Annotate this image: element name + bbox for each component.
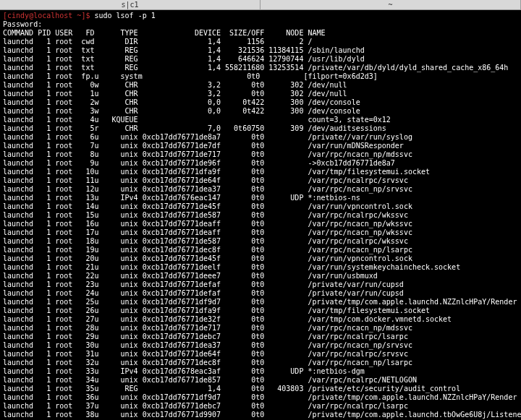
- table-row: launchd 1 root 5r CHR 7,0 0t60750 309 /d…: [3, 124, 518, 133]
- table-row: launchd 1 root 37u unix 0xcb17dd76771deb…: [3, 402, 518, 411]
- table-row: launchd 1 root 10u unix 0xcb17dd76771dfa…: [3, 168, 518, 176]
- table-row: launchd 1 root 20u unix 0xcb17dd76771de4…: [3, 254, 518, 263]
- table-row: launchd 1 root txt REG 1,4 558211680 132…: [3, 64, 518, 72]
- prompt-user: cindy@localhost: [7, 12, 72, 20]
- table-row: launchd 1 root 23u unix 0xcb17dd76771def…: [3, 280, 518, 289]
- table-row: launchd 1 root 16u unix 0xcb17dd76771dea…: [3, 220, 518, 228]
- table-row: launchd 1 root 4u KQUEUE count=3, state=…: [3, 116, 518, 124]
- titlebar: s|c1 ~: [0, 0, 521, 10]
- table-row: launchd 1 root 27u unix 0xcb17dd76771de3…: [3, 315, 518, 324]
- output-rows: launchd 1 root cwd DIR 1,4 1156 2 /launc…: [3, 38, 518, 420]
- table-row: launchd 1 root 26u unix 0xcb17dd76771dfa…: [3, 307, 518, 315]
- table-row: launchd 1 root 7u unix 0xcb17dd76771de7d…: [3, 142, 518, 150]
- table-row: launchd 1 root 30u unix 0xcb17dd76771dea…: [3, 341, 518, 350]
- table-row: launchd 1 root 29u unix 0xcb17dd76771deb…: [3, 333, 518, 341]
- table-row: launchd 1 root fp.u systm 0t0 [filport=0…: [3, 72, 518, 81]
- table-row: launchd 1 root 15u unix 0xcb17dd76771de5…: [3, 211, 518, 220]
- tab-right[interactable]: ~: [260, 0, 521, 9]
- table-row: launchd 1 root 12u unix 0xcb17dd76771dea…: [3, 185, 518, 194]
- table-row: launchd 1 root 17u unix 0xcb17dd76771dea…: [3, 228, 518, 237]
- table-row: launchd 1 root 19u unix 0xcb17dd76771dec…: [3, 246, 518, 254]
- table-row: launchd 1 root 22u unix 0xcb17dd76771dee…: [3, 272, 518, 280]
- table-row: launchd 1 root cwd DIR 1,4 1156 2 /: [3, 38, 518, 46]
- table-row: launchd 1 root 3w CHR 0,0 0t422 300 /dev…: [3, 107, 518, 116]
- table-row: launchd 1 root 32u unix 0xcb17dd76771dec…: [3, 359, 518, 367]
- table-row: launchd 1 root txt REG 1,4 321536 113841…: [3, 46, 518, 55]
- password-prompt: Password:: [3, 20, 518, 29]
- table-header: COMMAND PID USER FD TYPE DEVICE SIZE/OFF…: [3, 29, 518, 38]
- table-row: launchd 1 root 28u unix 0xcb17dd76771de7…: [3, 324, 518, 333]
- table-row: launchd 1 root 0w CHR 3,2 0t0 302 /dev/n…: [3, 81, 518, 90]
- table-row: launchd 1 root txt REG 1,4 646624 127907…: [3, 55, 518, 64]
- table-row: launchd 1 root 13u IPv4 0xcb17dd7676eac1…: [3, 194, 518, 202]
- table-row: launchd 1 root 31u unix 0xcb17dd76771de6…: [3, 350, 518, 359]
- terminal[interactable]: [cindy@localhost ~]$ sudo lsof -p 1 Pass…: [0, 10, 521, 420]
- table-row: launchd 1 root 11u unix 0xcb17dd76771de6…: [3, 176, 518, 185]
- table-row: launchd 1 root 24u unix 0xcb17dd76771def…: [3, 289, 518, 298]
- table-row: launchd 1 root 1u CHR 3,2 0t0 302 /dev/n…: [3, 90, 518, 98]
- table-row: launchd 1 root 14u unix 0xcb17dd76771de4…: [3, 202, 518, 211]
- table-row: launchd 1 root 2w CHR 0,0 0t422 300 /dev…: [3, 98, 518, 107]
- table-row: launchd 1 root 9u unix 0xcb17dd76771de96…: [3, 159, 518, 168]
- table-row: launchd 1 root 35u REG 1,4 0t0 403803 /p…: [3, 385, 518, 393]
- table-row: launchd 1 root 18u unix 0xcb17dd76771de5…: [3, 237, 518, 246]
- table-row: launchd 1 root 25u unix 0xcb17dd76771df9…: [3, 298, 518, 307]
- table-row: launchd 1 root 34u unix 0xcb17dd76771de8…: [3, 376, 518, 385]
- table-row: launchd 1 root 6u unix 0xcb17dd76771de8a…: [3, 133, 518, 142]
- tab-left[interactable]: s|c1: [0, 0, 260, 9]
- table-row: launchd 1 root 38u unix 0xcb17dd76771d99…: [3, 411, 518, 419]
- table-row: launchd 1 root 36u unix 0xcb17dd76771df9…: [3, 393, 518, 402]
- table-row: launchd 1 root 8u unix 0xcb17dd76771de71…: [3, 150, 518, 159]
- table-row: launchd 1 root 33u IPv4 0xcb17dd7678eac3…: [3, 367, 518, 376]
- table-row: launchd 1 root 21u unix 0xcb17dd76771dee…: [3, 263, 518, 272]
- prompt-line: [cindy@localhost ~]$ sudo lsof -p 1: [3, 12, 518, 20]
- command-text: sudo lsof -p 1: [94, 12, 155, 20]
